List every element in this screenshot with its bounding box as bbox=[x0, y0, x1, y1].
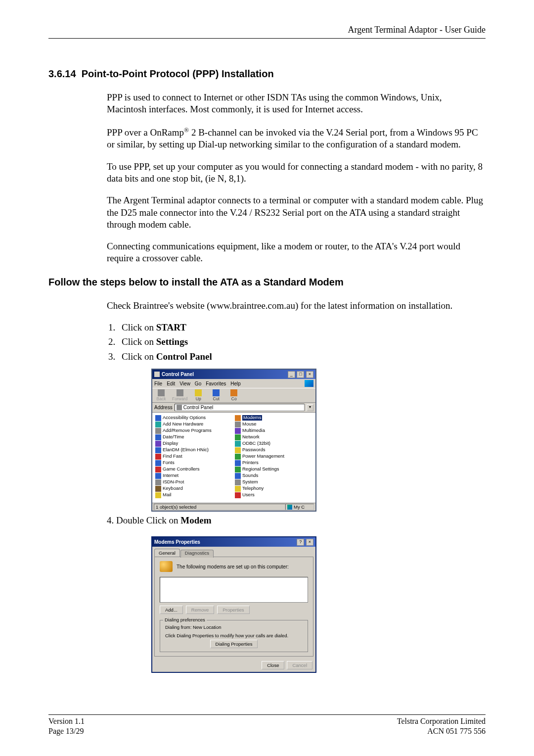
cp-item-label: System bbox=[242, 479, 258, 484]
para-3: To use PPP, set up your computer as you … bbox=[107, 161, 484, 185]
cp-item-icon bbox=[235, 467, 241, 472]
step-1: Click on START bbox=[118, 322, 484, 333]
cp-item[interactable]: Sounds bbox=[235, 472, 312, 479]
status-bar: 1 object(s) selected My C bbox=[152, 503, 315, 511]
maximize-button[interactable]: □ bbox=[297, 371, 304, 378]
menu-go[interactable]: Go bbox=[195, 381, 201, 386]
tab-general[interactable]: General bbox=[154, 549, 180, 557]
cp-item[interactable]: Modems bbox=[235, 415, 312, 421]
sub-intro: Check Braintree's website (www.braintree… bbox=[107, 300, 484, 312]
cp-item-icon bbox=[155, 454, 161, 460]
cancel-dialog-button[interactable]: Cancel bbox=[287, 661, 312, 669]
cp-item[interactable]: Fonts bbox=[155, 460, 233, 466]
cp-item[interactable]: Regional Settings bbox=[235, 466, 312, 472]
up-folder-icon bbox=[195, 389, 202, 396]
mp-intro-text: The following modems are set up on this … bbox=[177, 564, 289, 569]
close-button[interactable]: × bbox=[306, 371, 313, 378]
close-dialog-button[interactable]: Close bbox=[262, 661, 284, 669]
mp-titlebar: Modems Properties ? × bbox=[152, 537, 315, 547]
cp-item-label: Multimedia bbox=[242, 428, 265, 433]
figure-control-panel: Control Panel _ □ × File Edit View Go Fa… bbox=[107, 369, 486, 512]
toolbar: Back Forward Up Cut Co bbox=[152, 388, 315, 403]
cp-item-label: Internet bbox=[163, 473, 178, 478]
cp-item-label: Sounds bbox=[242, 473, 258, 478]
cp-item[interactable]: Telephony bbox=[235, 485, 312, 492]
cp-item[interactable]: Multimedia bbox=[235, 427, 312, 434]
para-2: PPP over a OnRamp® 2 B-channel can be in… bbox=[107, 126, 484, 151]
remove-button[interactable]: Remove bbox=[186, 606, 214, 614]
cp-item[interactable]: Date/Time bbox=[155, 434, 233, 440]
cp-item[interactable]: Printers bbox=[235, 460, 312, 466]
footer-acn: ACN 051 775 556 bbox=[397, 726, 486, 736]
cp-item-icon bbox=[235, 486, 241, 492]
modems-properties-window: Modems Properties ? × General Diagnostic… bbox=[151, 536, 316, 673]
group-title: Dialing preferences bbox=[163, 617, 207, 622]
section-heading: 3.6.14 Point-to-Point Protocol (PPP) Ins… bbox=[48, 68, 486, 80]
cp-item[interactable]: ISDN-Prot bbox=[155, 479, 233, 485]
address-field[interactable]: Control Panel bbox=[175, 404, 305, 411]
cp-item[interactable]: Users bbox=[235, 492, 312, 498]
cp-item[interactable]: Accessibility Options bbox=[155, 415, 233, 421]
cp-item-label: ElanDM (Elmon HNic) bbox=[163, 447, 209, 452]
cp-item[interactable]: ODBC (32bit) bbox=[235, 440, 312, 447]
cp-item[interactable]: Add New Hardware bbox=[155, 421, 233, 427]
cp-item-icon bbox=[155, 415, 161, 421]
cp-item[interactable]: Internet bbox=[155, 472, 233, 479]
mycomputer-icon bbox=[287, 505, 292, 510]
cp-item-label: Find Fast bbox=[163, 454, 182, 459]
close-button[interactable]: × bbox=[306, 539, 313, 546]
mp-tabs: General Diagnostics bbox=[152, 547, 315, 557]
menu-help[interactable]: Help bbox=[230, 381, 241, 386]
cp-item-icon bbox=[155, 460, 161, 466]
cp-item[interactable]: System bbox=[235, 479, 312, 485]
add-button[interactable]: Add... bbox=[160, 606, 183, 614]
cp-item[interactable]: Power Management bbox=[235, 453, 312, 460]
menu-view[interactable]: View bbox=[179, 381, 190, 386]
tab-diagnostics[interactable]: Diagnostics bbox=[180, 550, 214, 558]
cp-item[interactable]: ElanDM (Elmon HNic) bbox=[155, 447, 233, 453]
cp-item-label: Passwords bbox=[242, 447, 265, 452]
cp-item-label: Date/Time bbox=[163, 434, 184, 439]
cp-item-icon bbox=[155, 467, 161, 472]
mp-bottom-buttons: Close Cancel bbox=[152, 659, 315, 672]
minimize-button[interactable]: _ bbox=[288, 371, 295, 378]
dialing-properties-button[interactable]: Dialing Properties bbox=[210, 640, 258, 648]
window-titlebar: Control Panel _ □ × bbox=[152, 370, 315, 379]
modem-list[interactable] bbox=[160, 577, 308, 603]
cp-item[interactable]: Find Fast bbox=[155, 453, 233, 460]
cp-item[interactable]: Passwords bbox=[235, 447, 312, 453]
cp-item-label: Printers bbox=[242, 460, 259, 465]
forward-button[interactable]: Forward bbox=[172, 389, 187, 401]
cp-item[interactable]: Keyboard bbox=[155, 485, 233, 492]
cp-item[interactable]: Mouse bbox=[235, 421, 312, 427]
help-button[interactable]: ? bbox=[297, 539, 304, 546]
menu-edit[interactable]: Edit bbox=[167, 381, 175, 386]
cp-item[interactable]: Add/Remove Programs bbox=[155, 427, 233, 434]
menu-favorites[interactable]: Favorites bbox=[206, 381, 226, 386]
copy-button-partial[interactable]: Co bbox=[227, 389, 241, 401]
status-right: My C bbox=[285, 504, 314, 510]
cp-item[interactable]: Mail bbox=[155, 492, 233, 498]
address-dropdown-button[interactable]: ▾ bbox=[307, 404, 313, 411]
cp-item-icon bbox=[235, 434, 241, 440]
steps-list: Click on START Click on Settings Click o… bbox=[107, 322, 484, 363]
menu-file[interactable]: File bbox=[154, 381, 162, 386]
dialing-from-text: Dialing from: New Location bbox=[165, 624, 303, 630]
footer-company: Telstra Corporation Limited bbox=[397, 716, 486, 726]
cp-item[interactable]: Game Controllers bbox=[155, 466, 233, 472]
properties-button[interactable]: Properties bbox=[217, 606, 249, 614]
cp-item-icon bbox=[155, 447, 161, 453]
cp-item-label: Add New Hardware bbox=[163, 422, 203, 426]
cp-item-icon bbox=[235, 492, 241, 498]
window-title: Control Panel bbox=[162, 372, 287, 377]
cp-item[interactable]: Network bbox=[235, 434, 312, 440]
cp-item[interactable]: Display bbox=[155, 440, 233, 447]
cut-button[interactable]: Cut bbox=[209, 389, 223, 401]
back-button[interactable]: Back bbox=[154, 389, 168, 401]
cp-item-label: Add/Remove Programs bbox=[163, 428, 212, 433]
para-1: PPP is used to connect to Internet or ot… bbox=[107, 92, 484, 116]
cp-item-label: ODBC (32bit) bbox=[242, 441, 270, 446]
modem-icon bbox=[160, 561, 173, 572]
window-buttons: _ □ × bbox=[287, 371, 313, 378]
up-button[interactable]: Up bbox=[191, 389, 205, 401]
